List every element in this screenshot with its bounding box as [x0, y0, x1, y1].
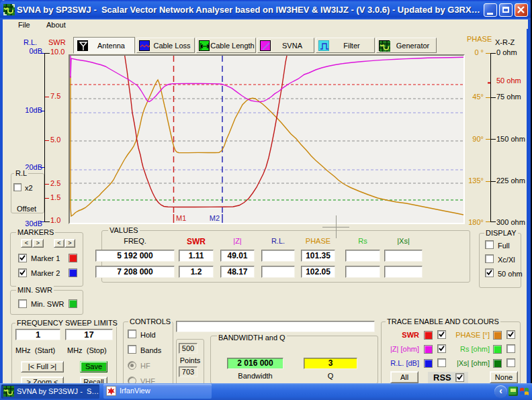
- svg-text:M1: M1: [176, 214, 186, 222]
- svg-text:M2: M2: [210, 214, 220, 222]
